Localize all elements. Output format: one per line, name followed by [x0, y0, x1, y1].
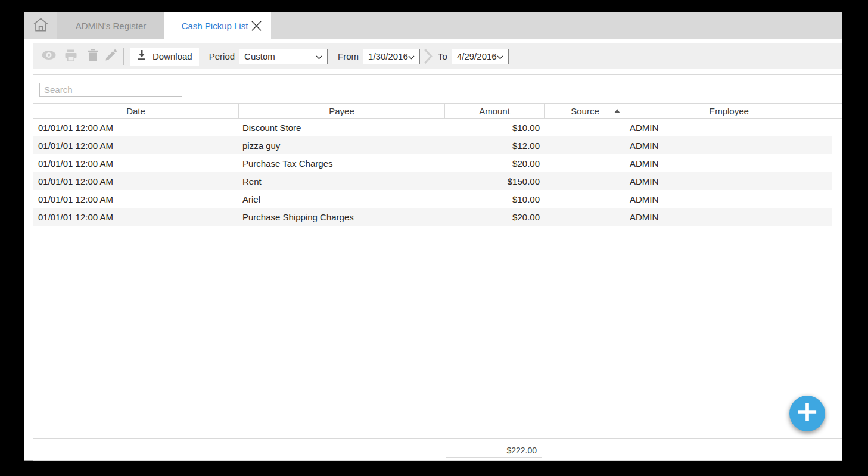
to-label: To: [438, 51, 447, 61]
cell-amount: $20.00: [445, 212, 545, 222]
cell-payee: Purchase Tax Charges: [239, 158, 445, 169]
table-row[interactable]: 01/01/01 12:00 AMAriel$10.00ADMIN: [33, 190, 832, 208]
cell-employee: ADMIN: [626, 212, 832, 222]
cell-employee: ADMIN: [626, 141, 832, 151]
grid-empty-area: [33, 226, 842, 438]
close-tab-icon[interactable]: [248, 18, 264, 33]
add-button[interactable]: [789, 396, 825, 431]
cell-amount: $10.00: [445, 123, 545, 133]
column-header-source[interactable]: Source: [545, 104, 626, 118]
cell-amount: $150.00: [445, 176, 545, 186]
screen: ADMIN's Register Cash Pickup List: [0, 0, 868, 476]
tab-label: ADMIN's Register: [76, 21, 147, 31]
total-amount: $222.00: [506, 446, 537, 455]
download-label: Download: [153, 51, 192, 61]
cell-date: 01/01/01 12:00 AM: [33, 212, 239, 222]
home-button[interactable]: [24, 12, 57, 39]
column-header-label: Date: [126, 106, 145, 116]
tab-strip: ADMIN's Register Cash Pickup List: [24, 12, 842, 39]
period-value: Custom: [244, 51, 275, 61]
to-date-select[interactable]: 4/29/2016: [452, 49, 509, 64]
edit-button[interactable]: [103, 49, 119, 64]
download-button[interactable]: Download: [130, 48, 199, 66]
search-input[interactable]: [39, 83, 182, 97]
eye-icon: [42, 50, 56, 63]
tab-label: Cash Pickup List: [181, 21, 248, 31]
table-footer: $222.00: [33, 438, 842, 460]
table-row[interactable]: 01/01/01 12:00 AMPurchase Tax Charges$20…: [33, 154, 832, 172]
cell-date: 01/01/01 12:00 AM: [33, 176, 239, 186]
cell-employee: ADMIN: [626, 194, 832, 204]
delete-button[interactable]: [85, 49, 101, 64]
print-button[interactable]: [63, 49, 79, 64]
table-row[interactable]: 01/01/01 12:00 AMPurchase Shipping Charg…: [33, 208, 832, 226]
toolbar: Download Period Custom From 1/30/2016: [33, 43, 842, 69]
table-row[interactable]: 01/01/01 12:00 AMpizza guy$12.00ADMIN: [33, 136, 832, 154]
cell-amount: $12.00: [445, 141, 545, 151]
cell-payee: Purchase Shipping Charges: [239, 212, 445, 222]
cell-date: 01/01/01 12:00 AM: [33, 194, 239, 204]
app-window: ADMIN's Register Cash Pickup List: [24, 12, 842, 461]
cell-employee: ADMIN: [626, 123, 832, 133]
column-header-date[interactable]: Date: [33, 104, 239, 118]
cell-employee: ADMIN: [626, 158, 832, 169]
column-header-payee[interactable]: Payee: [239, 104, 445, 118]
printer-icon: [64, 49, 77, 64]
chevron-down-icon: [408, 51, 415, 61]
column-header-amount[interactable]: Amount: [445, 104, 545, 118]
from-date-select[interactable]: 1/30/2016: [363, 49, 420, 64]
plus-icon: [797, 402, 817, 425]
cell-payee: Ariel: [239, 194, 445, 204]
column-header-label: Source: [571, 106, 599, 116]
toolbar-separator: [82, 51, 82, 63]
cash-pickup-grid: DatePayeeAmountSourceEmployee 01/01/01 1…: [33, 74, 842, 461]
cell-employee: ADMIN: [626, 176, 832, 186]
cell-date: 01/01/01 12:00 AM: [33, 123, 239, 133]
total-amount-box: $222.00: [446, 443, 542, 458]
column-header-filler: [832, 104, 842, 118]
cell-payee: pizza guy: [239, 141, 445, 151]
column-header-label: Employee: [709, 106, 749, 116]
from-label: From: [338, 51, 359, 61]
download-icon: [136, 50, 147, 63]
cell-date: 01/01/01 12:00 AM: [33, 141, 239, 151]
chevron-down-icon: [316, 51, 322, 61]
toolbar-separator: [60, 51, 60, 63]
home-icon: [33, 17, 49, 35]
column-header-label: Payee: [329, 106, 354, 116]
cell-amount: $20.00: [445, 158, 545, 169]
trash-icon: [87, 49, 99, 64]
chevron-down-icon: [497, 51, 503, 61]
search-row: [33, 75, 842, 103]
tab-admins-register[interactable]: ADMIN's Register: [57, 12, 164, 39]
table-row[interactable]: 01/01/01 12:00 AMRent$150.00ADMIN: [33, 172, 832, 190]
cell-payee: Discount Store: [239, 123, 445, 133]
sort-ascending-icon: [614, 109, 620, 113]
cell-payee: Rent: [239, 176, 445, 186]
toolbar-separator: [123, 48, 124, 65]
pencil-icon: [104, 49, 117, 64]
table-body: 01/01/01 12:00 AMDiscount Store$10.00ADM…: [33, 119, 842, 226]
table-row[interactable]: 01/01/01 12:00 AMDiscount Store$10.00ADM…: [33, 119, 832, 136]
cell-amount: $10.00: [445, 194, 545, 204]
view-button[interactable]: [41, 49, 57, 64]
cell-date: 01/01/01 12:00 AM: [33, 158, 239, 169]
column-header-label: Amount: [479, 106, 510, 116]
from-date-value: 1/30/2016: [368, 51, 408, 61]
to-date-value: 4/29/2016: [457, 51, 497, 61]
period-select[interactable]: Custom: [239, 49, 328, 64]
period-label: Period: [209, 51, 235, 61]
tab-cash-pickup-list[interactable]: Cash Pickup List: [164, 12, 271, 39]
arrow-separator-icon: [424, 48, 433, 64]
table-header-row: DatePayeeAmountSourceEmployee: [33, 103, 842, 119]
column-header-employee[interactable]: Employee: [626, 104, 832, 118]
